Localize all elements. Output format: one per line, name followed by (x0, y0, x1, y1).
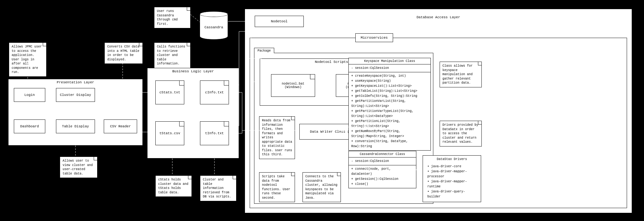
class-keyspace-title: Keyspace Manipulation Class (349, 58, 430, 64)
note-view-data: Allows user to view cluster and user-cre… (60, 157, 97, 178)
box-drivers-title: DataStax Drivers (423, 156, 481, 163)
class-connector-title: CassandraConnector Class (349, 151, 416, 157)
note-drivers: Drivers provided by DataSatx in order to… (440, 121, 482, 146)
note-cluster-table: Cluster and table information retrieved … (200, 175, 236, 201)
file-bat: nodetool.bat (Windows) (271, 74, 315, 97)
class-connector-attrs: - session:CqlSession (349, 157, 416, 165)
note-cassandra-cmd: User runs Cassandra through cmd first. (154, 7, 191, 28)
note-keyspace: Class allows for keyspace manipulation a… (440, 62, 482, 87)
file-tstats: tStats.csv (155, 121, 184, 145)
pkg-package-tab: Package (254, 48, 274, 53)
note-cstats-tstats: cStats holds cluster data and tStats hol… (155, 175, 192, 197)
box-nodetool: Nodetool (255, 16, 304, 27)
note-csv: Converts CSV data into a HTML table in o… (104, 42, 143, 64)
box-microservices-label: Microservices (355, 33, 393, 42)
note-jpmc: Allows JPMC user to access the applicati… (9, 42, 47, 77)
class-keyspace-attrs: - session:CqlSession (349, 64, 430, 72)
svg-line-4 (191, 14, 200, 22)
note-reads-data: Reads data from information files, then … (259, 116, 295, 159)
note-calls-funcs: Calls functions to retrieve cluster and … (154, 42, 191, 68)
box-drivers: DataStax Drivers • java-driver-core • ja… (423, 155, 481, 202)
class-keyspace-methods: + createKeyspace(String, int) + useKeysp… (349, 72, 430, 150)
class-connector-methods: + connect(node, port, dataCenter) + getS… (349, 165, 416, 188)
db-cassandra-label: Cassandra (204, 25, 223, 29)
box-table-display: Table Display (56, 119, 95, 133)
class-keyspace: Keyspace Manipulation Class - session:Cq… (348, 58, 431, 151)
box-drivers-list: • java-driver-core • java-driver-mapper-… (423, 163, 481, 202)
note-scripts-take: Scripts take data from nodetool function… (259, 172, 295, 202)
note-connects: Connects to the Cassandra cluster, allow… (303, 172, 341, 202)
box-dashboard: Dashboard (14, 119, 45, 133)
box-cluster-display: Cluster Display (56, 88, 95, 102)
box-csv-reader: CSV Reader (104, 119, 137, 133)
db-cassandra: Cassandra (200, 11, 228, 40)
class-connector: CassandraConnector Class - session:CqlSe… (348, 151, 416, 188)
file-cstats: cStats.txt (155, 80, 184, 104)
box-login: Login (14, 88, 45, 102)
file-tinfo: tInfo.txt (200, 121, 229, 145)
frame-presentation-title: Presentation Layer (8, 80, 142, 84)
frame-business-title: Business Logic Layer (147, 69, 239, 73)
diagram-canvas: Allows JPMC user to access the applicati… (0, 0, 644, 221)
file-cinfo: cInfo.txt (200, 80, 229, 104)
